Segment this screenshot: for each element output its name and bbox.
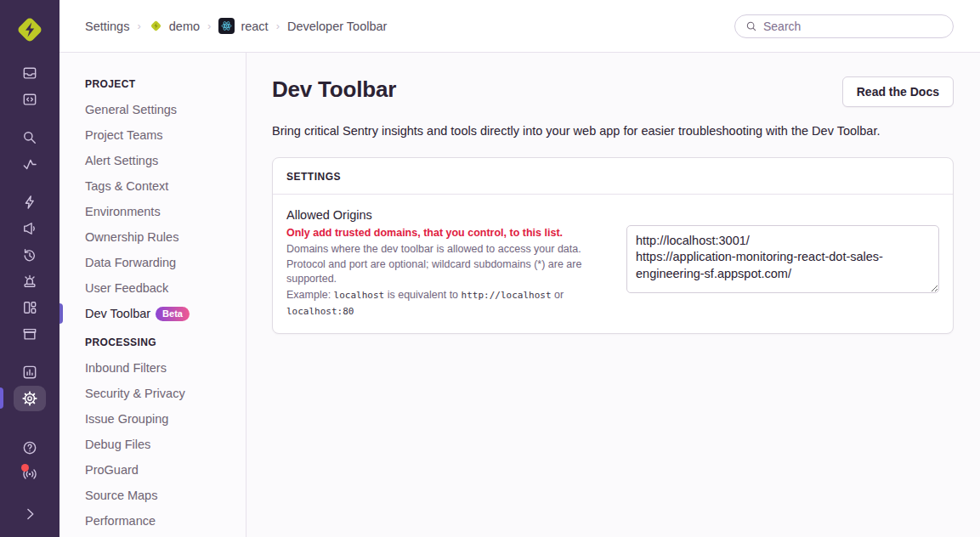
help-icon[interactable] — [0, 434, 59, 461]
allowed-origins-example: Example: localhost is equivalent to http… — [286, 287, 595, 319]
notification-dot — [21, 464, 29, 472]
example-text: or — [554, 289, 564, 301]
page-title: Dev Toolbar — [272, 76, 396, 103]
react-project-avatar-icon — [218, 18, 235, 34]
broadcast-icon[interactable] — [0, 461, 59, 487]
settings-panel: SETTINGS Allowed Origins Only add truste… — [272, 157, 954, 333]
primary-nav-rail — [0, 0, 59, 537]
beta-badge: Beta — [156, 307, 190, 321]
sidebar-item-security-privacy[interactable]: Security & Privacy — [59, 381, 246, 406]
search-box[interactable] — [734, 14, 954, 38]
sidebar-section-title: PROJECT — [59, 78, 246, 90]
sidebar-section-processing: PROCESSING Inbound Filters Security & Pr… — [59, 336, 246, 534]
org-avatar-icon — [149, 19, 163, 33]
allowed-origins-help: Domains where the dev toolbar is allowed… — [286, 242, 595, 286]
issues-icon[interactable] — [0, 59, 59, 86]
title-row: Dev Toolbar Read the Docs — [272, 76, 954, 107]
breadcrumb-org-label: demo — [169, 20, 200, 33]
sidebar-item-proguard[interactable]: ProGuard — [59, 457, 246, 483]
example-label: Example: — [286, 289, 331, 301]
allowed-origins-field-info: Allowed Origins Only add trusted domains… — [286, 208, 595, 319]
replays-icon[interactable] — [0, 241, 59, 268]
topbar: Settings › demo › — [59, 0, 980, 53]
sidebar-section-title: PROCESSING — [59, 336, 246, 348]
settings-panel-header: SETTINGS — [273, 158, 953, 195]
breadcrumb-separator-icon: › — [207, 20, 211, 32]
feedback-icon[interactable] — [0, 215, 59, 241]
sidebar-item-project-teams[interactable]: Project Teams — [59, 122, 246, 148]
sidebar-item-debug-files[interactable]: Debug Files — [59, 432, 246, 457]
settings-panel-body: Allowed Origins Only add trusted domains… — [273, 195, 953, 332]
boost-icon[interactable] — [0, 189, 59, 215]
sidebar-item-label: Dev Toolbar — [85, 301, 150, 326]
dashboards-icon[interactable] — [0, 294, 59, 320]
sidebar-item-tags-context[interactable]: Tags & Context — [59, 173, 246, 199]
sidebar-item-issue-grouping[interactable]: Issue Grouping — [59, 406, 246, 432]
breadcrumb-settings[interactable]: Settings — [85, 20, 129, 33]
breadcrumb-page: Developer Toolbar — [287, 20, 387, 33]
allowed-origins-label: Allowed Origins — [286, 208, 595, 222]
sidebar-item-inbound-filters[interactable]: Inbound Filters — [59, 355, 246, 381]
sidebar-item-environments[interactable]: Environments — [59, 199, 246, 224]
read-the-docs-button[interactable]: Read the Docs — [842, 76, 954, 107]
example-text: is equivalent to — [388, 289, 458, 301]
sidebar-item-performance[interactable]: Performance — [59, 508, 246, 534]
projects-icon[interactable] — [0, 86, 59, 112]
sidebar-item-ownership-rules[interactable]: Ownership Rules — [59, 224, 246, 250]
breadcrumb-separator-icon: › — [276, 20, 280, 32]
explore-icon[interactable] — [0, 124, 59, 150]
breadcrumb-project[interactable]: react — [218, 18, 268, 34]
example-code: localhost:80 — [286, 306, 354, 317]
app-root: Settings › demo › — [0, 0, 980, 537]
alerts-icon[interactable] — [0, 268, 59, 294]
releases-icon[interactable] — [0, 320, 59, 347]
search-input[interactable] — [763, 20, 943, 33]
breadcrumb-org[interactable]: demo — [149, 19, 200, 33]
content-row: PROJECT General Settings Project Teams A… — [59, 53, 980, 537]
sidebar-item-source-maps[interactable]: Source Maps — [59, 483, 246, 508]
breadcrumb: Settings › demo › — [85, 18, 387, 34]
search-icon — [745, 20, 757, 32]
settings-icon[interactable] — [0, 385, 59, 411]
sidebar-item-general-settings[interactable]: General Settings — [59, 97, 246, 122]
breadcrumb-project-label: react — [241, 20, 268, 33]
org-avatar-icon — [13, 13, 47, 47]
sidebar-item-alert-settings[interactable]: Alert Settings — [59, 148, 246, 173]
stats-icon[interactable] — [0, 359, 59, 385]
sentry-org-logo[interactable] — [0, 0, 59, 59]
sidebar-item-dev-toolbar[interactable]: Dev Toolbar Beta — [59, 301, 246, 326]
allowed-origins-warning: Only add trusted domains, that you contr… — [286, 227, 595, 239]
rail-bottom-group — [0, 434, 59, 537]
settings-sidebar: PROJECT General Settings Project Teams A… — [59, 53, 246, 537]
traces-icon[interactable] — [0, 150, 59, 177]
example-code: http://localhost — [462, 290, 552, 301]
sidebar-item-data-forwarding[interactable]: Data Forwarding — [59, 250, 246, 275]
breadcrumb-separator-icon: › — [137, 20, 140, 32]
allowed-origins-textarea[interactable]: http://localhost:3001/ https://applicati… — [626, 225, 939, 293]
example-code: localhost — [334, 290, 385, 301]
main-content: Dev Toolbar Read the Docs Bring critical… — [246, 53, 980, 537]
page-description: Bring critical Sentry insights and tools… — [272, 122, 954, 139]
right-pane: Settings › demo › — [59, 0, 980, 537]
sidebar-item-user-feedback[interactable]: User Feedback — [59, 275, 246, 301]
allowed-origins-control: http://localhost:3001/ https://applicati… — [626, 208, 939, 319]
sidebar-section-project: PROJECT General Settings Project Teams A… — [59, 78, 246, 326]
collapse-icon[interactable] — [0, 500, 59, 527]
